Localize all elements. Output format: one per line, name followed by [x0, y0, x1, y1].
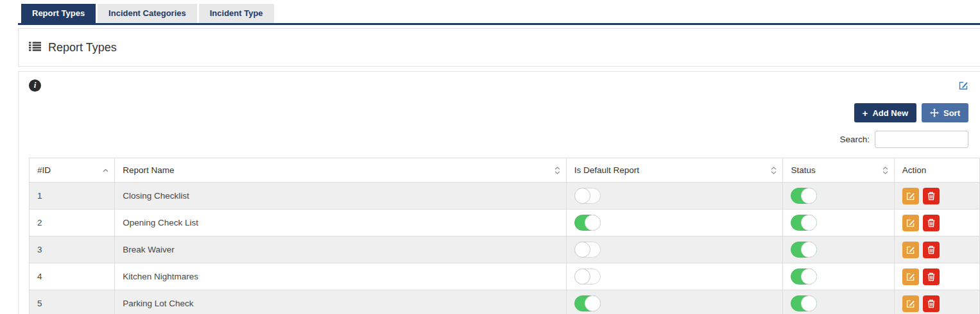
- row-id-cell: 3: [30, 236, 115, 263]
- edit-button[interactable]: [902, 269, 919, 285]
- move-icon: [930, 108, 939, 117]
- table-row: 2Opening Check List: [30, 210, 980, 236]
- is-default-report-toggle[interactable]: [574, 269, 601, 285]
- status-cell: [783, 183, 894, 210]
- edit-button[interactable]: [902, 242, 919, 258]
- tab-incident-type[interactable]: Incident Type: [199, 4, 274, 23]
- is-default-report-toggle[interactable]: [574, 188, 601, 204]
- delete-button[interactable]: [923, 269, 940, 285]
- edit-button[interactable]: [902, 188, 919, 204]
- delete-button[interactable]: [923, 188, 940, 204]
- sort-icon: [554, 167, 560, 174]
- column-header-is-default-report[interactable]: Is Default Report: [566, 158, 783, 183]
- action-cell: [894, 210, 979, 236]
- row-id-cell: 5: [30, 290, 115, 314]
- tab-report-types[interactable]: Report Types: [21, 4, 96, 23]
- column-header-status[interactable]: Status: [783, 158, 894, 183]
- status-cell: [783, 210, 894, 236]
- pencil-square-icon: [906, 245, 915, 254]
- trash-icon: [927, 219, 936, 227]
- status-toggle[interactable]: [791, 295, 817, 311]
- row-id-cell: 1: [30, 183, 115, 210]
- action-cell: [894, 290, 979, 314]
- is-default-cell: [566, 290, 783, 314]
- toggle-knob: [801, 242, 817, 258]
- column-label: Action: [902, 165, 927, 175]
- toggle-knob: [585, 295, 601, 311]
- table-row: 1Closing Checklist: [30, 183, 980, 210]
- report-name-cell: Parking Lot Check: [115, 290, 566, 314]
- edit-settings-icon[interactable]: [959, 81, 968, 90]
- report-name-cell: Opening Check List: [115, 210, 566, 236]
- is-default-report-toggle[interactable]: [574, 215, 601, 231]
- page-header: Report Types: [18, 28, 980, 67]
- page-title: Report Types: [48, 41, 117, 54]
- table-header-row: #IDReport NameIs Default ReportStatusAct…: [30, 158, 980, 183]
- pencil-square-icon: [906, 219, 915, 227]
- trash-icon: [927, 272, 936, 281]
- delete-button[interactable]: [923, 242, 940, 258]
- toggle-knob: [585, 215, 601, 231]
- column-label: #ID: [37, 165, 51, 175]
- pencil-square-icon: [906, 192, 915, 201]
- pencil-square-icon: [906, 299, 915, 308]
- trash-icon: [927, 192, 936, 201]
- status-cell: [783, 263, 894, 290]
- tab-incident-categories[interactable]: Incident Categories: [98, 4, 197, 23]
- table-row: 5Parking Lot Check: [30, 290, 980, 314]
- is-default-report-toggle[interactable]: [574, 295, 601, 311]
- report-name-cell: Break Waiver: [115, 236, 566, 263]
- column-header-report-name[interactable]: Report Name: [115, 158, 566, 183]
- status-toggle[interactable]: [791, 242, 817, 258]
- table-row: 4Kitchen Nightmares: [30, 263, 980, 290]
- toggle-knob: [801, 188, 817, 204]
- toggle-knob: [801, 295, 817, 311]
- sort-asc-icon: [103, 169, 108, 172]
- column-label: Status: [791, 165, 815, 175]
- toggle-knob: [574, 242, 590, 258]
- column-label: Report Name: [123, 165, 174, 175]
- action-cell: [894, 183, 979, 210]
- sort-icon: [771, 167, 777, 174]
- action-cell: [894, 236, 979, 263]
- page: Report TypesIncident CategoriesIncident …: [18, 0, 980, 314]
- tab-bar: Report TypesIncident CategoriesIncident …: [18, 0, 980, 25]
- trash-icon: [927, 245, 936, 254]
- status-toggle[interactable]: [791, 188, 817, 204]
- trash-icon: [927, 299, 936, 308]
- search-label: Search:: [839, 135, 870, 144]
- list-icon: [29, 41, 41, 54]
- is-default-cell: [566, 183, 783, 210]
- is-default-cell: [566, 236, 783, 263]
- is-default-report-toggle[interactable]: [574, 242, 601, 258]
- status-toggle[interactable]: [791, 215, 817, 231]
- pencil-square-icon: [906, 272, 915, 281]
- edit-button[interactable]: [902, 295, 919, 312]
- edit-button[interactable]: [902, 215, 919, 231]
- sort-icon: [882, 167, 888, 174]
- report-name-cell: Kitchen Nightmares: [115, 263, 566, 290]
- action-cell: [894, 263, 979, 290]
- search-input[interactable]: [875, 131, 968, 148]
- is-default-cell: [566, 263, 783, 290]
- toggle-knob: [574, 188, 590, 204]
- column-label: Is Default Report: [574, 165, 639, 175]
- sort-button[interactable]: Sort: [922, 103, 968, 122]
- is-default-cell: [566, 210, 783, 236]
- report-types-table: #IDReport NameIs Default ReportStatusAct…: [29, 158, 980, 314]
- table-row: 3Break Waiver: [30, 236, 980, 263]
- column-header-id[interactable]: #ID: [30, 158, 115, 183]
- toggle-knob: [801, 269, 817, 285]
- row-id-cell: 2: [30, 210, 115, 236]
- status-toggle[interactable]: [791, 269, 817, 285]
- info-icon[interactable]: i: [29, 79, 41, 92]
- row-id-cell: 4: [30, 263, 115, 290]
- content-panel: i + Add New Sort: [18, 71, 980, 314]
- add-new-button[interactable]: + Add New: [854, 103, 916, 122]
- column-header-action: Action: [894, 158, 979, 183]
- status-cell: [783, 236, 894, 263]
- toggle-knob: [574, 269, 590, 285]
- delete-button[interactable]: [923, 215, 940, 231]
- toggle-knob: [801, 215, 817, 231]
- delete-button[interactable]: [923, 295, 940, 312]
